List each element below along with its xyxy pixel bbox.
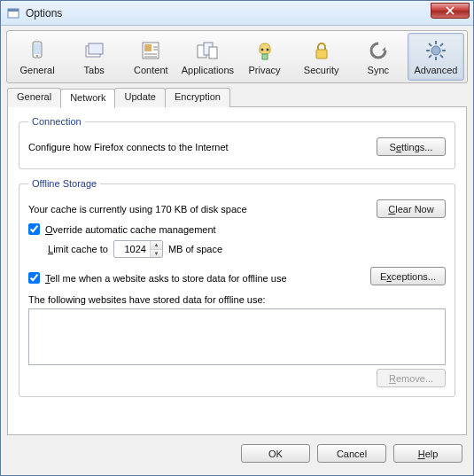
- svg-point-13: [266, 49, 268, 51]
- connection-group: Connection Configure how Firefox connect…: [19, 116, 455, 169]
- category-general[interactable]: General: [10, 33, 65, 81]
- svg-point-16: [431, 46, 440, 55]
- cache-size-input[interactable]: [114, 244, 150, 254]
- sync-icon: [366, 38, 391, 63]
- svg-rect-15: [316, 50, 327, 59]
- svg-line-24: [429, 55, 431, 58]
- offline-storage-group: Offline Storage Your cache is currently …: [19, 178, 455, 397]
- advanced-icon: [423, 38, 448, 63]
- ok-button[interactable]: OK: [241, 444, 310, 463]
- general-icon: [25, 38, 50, 63]
- stored-sites-list[interactable]: [28, 308, 446, 365]
- window-icon: [6, 6, 20, 20]
- dialog-footer: OK Cancel Help: [1, 435, 473, 475]
- category-label: Sync: [368, 65, 389, 75]
- svg-rect-6: [89, 43, 103, 54]
- svg-rect-3: [34, 43, 41, 54]
- svg-rect-11: [209, 47, 217, 59]
- category-sync[interactable]: Sync: [351, 33, 406, 81]
- content-area: General Network Update Encryption Connec…: [7, 88, 467, 435]
- svg-line-22: [440, 55, 443, 58]
- applications-icon: [195, 38, 220, 63]
- category-label: Security: [304, 65, 339, 75]
- category-label: Content: [134, 65, 168, 75]
- category-tabs[interactable]: Tabs: [66, 33, 121, 81]
- options-window: Options General Tabs Content Application…: [0, 0, 474, 476]
- category-privacy[interactable]: Privacy: [237, 33, 292, 81]
- svg-rect-1: [8, 9, 19, 12]
- clear-now-button[interactable]: Clear Now: [377, 199, 446, 218]
- svg-rect-8: [144, 44, 152, 51]
- titlebar: Options: [1, 1, 473, 26]
- subtab-update[interactable]: Update: [114, 88, 165, 107]
- category-toolbar: General Tabs Content Applications Privac…: [6, 30, 468, 83]
- category-label: Advanced: [414, 65, 457, 75]
- override-cache-checkbox[interactable]: [28, 223, 40, 235]
- category-applications[interactable]: Applications: [180, 33, 235, 81]
- privacy-icon: [253, 38, 277, 63]
- security-icon: [309, 38, 334, 63]
- svg-point-4: [36, 55, 38, 57]
- stored-sites-label: The following websites have stored data …: [28, 294, 446, 305]
- category-label: Tabs: [84, 65, 105, 75]
- svg-line-23: [440, 43, 443, 46]
- close-button[interactable]: [431, 3, 470, 19]
- cache-size-spinner[interactable]: ▲ ▼: [113, 240, 163, 258]
- svg-point-12: [260, 49, 263, 51]
- subtabs: General Network Update Encryption: [7, 88, 467, 107]
- chevron-down-icon[interactable]: ▼: [151, 250, 162, 258]
- connection-legend: Connection: [28, 116, 85, 127]
- category-security[interactable]: Security: [294, 33, 349, 81]
- svg-line-21: [429, 43, 431, 46]
- category-content[interactable]: Content: [123, 33, 178, 81]
- offline-legend: Offline Storage: [28, 178, 100, 189]
- subtab-general[interactable]: General: [7, 88, 61, 107]
- category-label: General: [19, 65, 54, 75]
- category-label: Privacy: [249, 65, 281, 75]
- exceptions-button[interactable]: Exceptions...: [370, 267, 446, 285]
- window-title: Options: [26, 7, 62, 20]
- tabs-icon: [82, 38, 106, 63]
- network-panel: Connection Configure how Firefox connect…: [7, 106, 467, 435]
- cache-usage-text: Your cache is currently using 170 KB of …: [28, 204, 377, 215]
- close-icon: [446, 6, 455, 15]
- spinner-arrows[interactable]: ▲ ▼: [150, 241, 162, 257]
- category-advanced[interactable]: Advanced: [408, 33, 464, 81]
- content-icon: [138, 38, 163, 63]
- subtab-encryption[interactable]: Encryption: [165, 88, 230, 107]
- cancel-button[interactable]: Cancel: [317, 444, 386, 463]
- limit-cache-label-pre: Limit cache to: [48, 244, 108, 254]
- settings-button[interactable]: Settings...: [377, 137, 446, 156]
- chevron-up-icon[interactable]: ▲: [151, 241, 162, 250]
- tell-offline-label[interactable]: Tell me when a website asks to store dat…: [45, 273, 287, 284]
- limit-cache-label-post: MB of space: [168, 244, 222, 254]
- help-button[interactable]: Help: [393, 444, 462, 463]
- remove-button: Remove...: [377, 369, 446, 387]
- override-cache-label[interactable]: Override automatic cache management: [45, 224, 216, 235]
- category-label: Applications: [182, 65, 234, 75]
- limit-cache-row: Limit cache to ▲ ▼ MB of space: [48, 240, 446, 258]
- connection-desc: Configure how Firefox connects to the In…: [28, 142, 377, 152]
- subtab-network[interactable]: Network: [60, 89, 115, 108]
- svg-rect-14: [262, 54, 268, 59]
- tell-offline-checkbox[interactable]: [28, 272, 40, 284]
